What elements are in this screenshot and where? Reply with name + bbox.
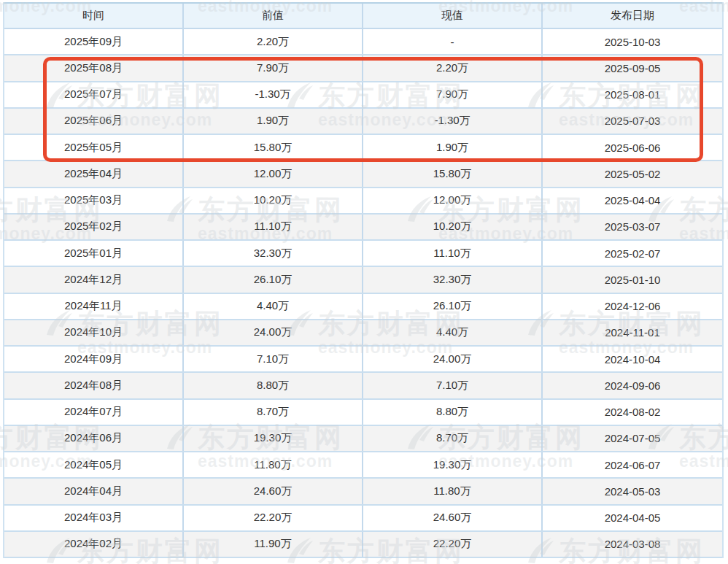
cell-current: 32.30万 xyxy=(363,267,543,292)
cell-time: 2025年04月 xyxy=(4,161,184,186)
cell-time: 2025年01月 xyxy=(4,241,184,266)
cell-current: - xyxy=(363,29,543,54)
cell-time: 2025年07月 xyxy=(4,82,184,107)
table-row: 2024年05月11.80万19.30万2024-06-07 xyxy=(4,452,722,479)
cell-pub_date: 2024-12-06 xyxy=(543,294,722,319)
cell-time: 2024年05月 xyxy=(4,452,184,477)
table-row: 2024年09月7.10万24.00万2024-10-04 xyxy=(4,347,722,373)
cell-prev: -1.30万 xyxy=(184,82,363,107)
cell-prev: 15.80万 xyxy=(184,135,363,160)
cell-pub_date: 2024-11-01 xyxy=(543,320,722,345)
cell-prev: 8.80万 xyxy=(184,373,363,398)
cell-current: 4.40万 xyxy=(363,320,543,345)
cell-time: 2024年06月 xyxy=(4,426,184,451)
column-header-pub-date: 发布日期 xyxy=(543,4,722,28)
cell-prev: 2.20万 xyxy=(184,29,363,54)
cell-current: 24.00万 xyxy=(363,347,543,371)
cell-prev: 11.10万 xyxy=(184,215,363,239)
cell-pub_date: 2025-02-07 xyxy=(543,241,722,266)
table-row: 2025年07月-1.30万7.90万2025-08-01 xyxy=(4,82,722,109)
cell-pub_date: 2024-04-05 xyxy=(543,506,722,530)
table-row: 2025年03月10.20万12.00万2025-04-04 xyxy=(4,188,722,215)
cell-prev: 1.90万 xyxy=(184,109,363,134)
cell-time: 2024年11月 xyxy=(4,294,184,319)
column-header-current: 现值 xyxy=(363,4,543,28)
table-header: 时间 前值 现值 发布日期 xyxy=(4,2,722,29)
cell-current: 15.80万 xyxy=(363,161,543,186)
cell-time: 2025年06月 xyxy=(4,109,184,134)
cell-current: -1.30万 xyxy=(363,109,543,134)
table-row: 2024年10月24.00万4.40万2024-11-01 xyxy=(4,320,722,347)
cell-pub_date: 2024-09-06 xyxy=(543,373,722,398)
column-header-time: 时间 xyxy=(4,4,184,28)
cell-pub_date: 2024-07-05 xyxy=(543,426,722,451)
cell-time: 2025年08月 xyxy=(4,55,184,80)
cell-current: 19.30万 xyxy=(363,452,543,477)
cell-pub_date: 2024-08-02 xyxy=(543,400,722,425)
cell-current: 1.90万 xyxy=(363,135,543,160)
cell-time: 2025年03月 xyxy=(4,188,184,213)
column-header-prev: 前值 xyxy=(184,4,363,28)
cell-pub_date: 2025-10-03 xyxy=(543,29,722,54)
cell-time: 2025年09月 xyxy=(4,29,184,54)
table-row: 2024年11月4.40万26.10万2024-12-06 xyxy=(4,294,722,320)
cell-pub_date: 2024-03-08 xyxy=(543,532,722,557)
cell-prev: 12.00万 xyxy=(184,161,363,186)
cell-prev: 11.80万 xyxy=(184,452,363,477)
cell-current: 12.00万 xyxy=(363,188,543,213)
table-row: 2025年08月7.90万2.20万2025-09-05 xyxy=(4,55,722,82)
cell-time: 2024年09月 xyxy=(4,347,184,371)
cell-current: 8.70万 xyxy=(363,426,543,451)
table-row: 2025年04月12.00万15.80万2025-05-02 xyxy=(4,161,722,188)
cell-current: 26.10万 xyxy=(363,294,543,319)
cell-pub_date: 2025-06-06 xyxy=(543,135,722,160)
cell-pub_date: 2025-01-10 xyxy=(543,267,722,292)
cell-prev: 10.20万 xyxy=(184,188,363,213)
cell-current: 7.10万 xyxy=(363,373,543,398)
cell-prev: 7.90万 xyxy=(184,55,363,80)
table-row: 2024年12月26.10万32.30万2025-01-10 xyxy=(4,267,722,293)
cell-time: 2024年04月 xyxy=(4,479,184,503)
cell-time: 2025年02月 xyxy=(4,215,184,239)
cell-prev: 24.00万 xyxy=(184,320,363,345)
cell-pub_date: 2024-06-07 xyxy=(543,452,722,477)
cell-current: 8.80万 xyxy=(363,400,543,425)
cell-pub_date: 2025-08-01 xyxy=(543,82,722,107)
cell-current: 11.10万 xyxy=(363,241,543,266)
cell-current: 24.60万 xyxy=(363,506,543,530)
table-row: 2024年03月22.20万24.60万2024-04-05 xyxy=(4,506,722,532)
cell-time: 2024年10月 xyxy=(4,320,184,345)
cell-pub_date: 2025-04-04 xyxy=(543,188,722,213)
table-row: 2025年06月1.90万-1.30万2025-07-03 xyxy=(4,109,722,135)
cell-pub_date: 2025-07-03 xyxy=(543,109,722,134)
cell-prev: 26.10万 xyxy=(184,267,363,292)
cell-current: 11.80万 xyxy=(363,479,543,503)
cell-prev: 8.70万 xyxy=(184,400,363,425)
cell-time: 2024年12月 xyxy=(4,267,184,292)
table-row: 2025年02月11.10万10.20万2025-03-07 xyxy=(4,215,722,241)
cell-pub_date: 2025-03-07 xyxy=(543,215,722,239)
table-row: 2024年07月8.70万8.80万2024-08-02 xyxy=(4,400,722,426)
cell-time: 2024年03月 xyxy=(4,506,184,530)
table-row: 2024年08月8.80万7.10万2024-09-06 xyxy=(4,373,722,399)
cell-time: 2024年02月 xyxy=(4,532,184,557)
cell-current: 2.20万 xyxy=(363,55,543,80)
table-row: 2025年09月2.20万-2025-10-03 xyxy=(4,29,722,55)
cell-time: 2024年08月 xyxy=(4,373,184,398)
table-row: 2024年06月19.30万8.70万2024-07-05 xyxy=(4,426,722,452)
cell-pub_date: 2024-10-04 xyxy=(543,347,722,371)
table-row: 2025年05月15.80万1.90万2025-06-06 xyxy=(4,135,722,161)
cell-pub_date: 2025-05-02 xyxy=(543,161,722,186)
cell-time: 2024年07月 xyxy=(4,400,184,425)
cell-prev: 24.60万 xyxy=(184,479,363,503)
cell-prev: 19.30万 xyxy=(184,426,363,451)
table-row: 2024年04月24.60万11.80万2024-05-03 xyxy=(4,479,722,505)
cell-prev: 22.20万 xyxy=(184,506,363,530)
cell-current: 7.90万 xyxy=(363,82,543,107)
table-row: 2025年01月32.30万11.10万2025-02-07 xyxy=(4,241,722,267)
cell-prev: 4.40万 xyxy=(184,294,363,319)
cell-prev: 7.10万 xyxy=(184,347,363,371)
cell-current: 22.20万 xyxy=(363,532,543,557)
cell-pub_date: 2024-05-03 xyxy=(543,479,722,503)
cell-prev: 32.30万 xyxy=(184,241,363,266)
